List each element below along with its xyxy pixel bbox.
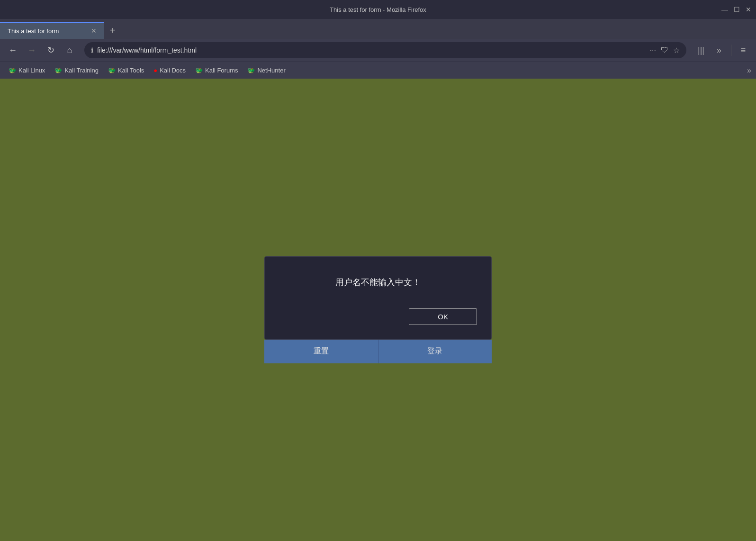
tab-label: This a test for form: [8, 27, 59, 35]
bookmark-kali-training-label: Kali Training: [64, 67, 99, 74]
kali-forums-icon: 🐲: [195, 67, 203, 74]
title-bar: This a test for form - Mozilla Firefox —…: [0, 0, 756, 19]
extensions-button[interactable]: »: [711, 42, 727, 58]
form-buttons: 重置 登录: [264, 340, 492, 363]
bookmark-kali-docs[interactable]: ● Kali Docs: [150, 65, 189, 76]
active-tab[interactable]: This a test for form ✕: [0, 22, 104, 39]
bookmark-kali-tools-label: Kali Tools: [118, 67, 144, 74]
bookmarks-more-button[interactable]: »: [747, 66, 751, 75]
kali-tools-icon: 🐲: [108, 67, 116, 74]
url-text: file:///var/www/html/form_test.html: [97, 46, 646, 54]
home-button[interactable]: ⌂: [62, 42, 78, 58]
bookmark-kali-docs-label: Kali Docs: [160, 67, 186, 74]
address-bar[interactable]: ℹ file:///var/www/html/form_test.html ··…: [84, 42, 686, 58]
reset-button[interactable]: 重置: [264, 340, 378, 363]
close-window-button[interactable]: ✕: [746, 6, 751, 13]
nav-bar: ← → ↻ ⌂ ℹ file:///var/www/html/form_test…: [0, 39, 756, 62]
nethunter-icon: 🐲: [247, 67, 255, 74]
bookmark-kali-forums[interactable]: 🐲 Kali Forums: [191, 65, 242, 76]
forward-button[interactable]: →: [24, 42, 40, 58]
tab-bar: This a test for form ✕ +: [0, 19, 756, 39]
dialog-area: 用户名不能输入中文！ OK 重置 登录: [264, 256, 492, 363]
shield-icon[interactable]: 🛡: [661, 46, 668, 55]
kali-linux-icon: 🐲: [9, 67, 16, 74]
bookmark-kali-linux[interactable]: 🐲 Kali Linux: [5, 65, 49, 76]
bookmark-kali-training[interactable]: 🐲 Kali Training: [51, 65, 102, 76]
login-button[interactable]: 登录: [378, 340, 492, 363]
nav-right-actions: ||| » ≡: [693, 42, 751, 58]
library-button[interactable]: |||: [693, 42, 709, 58]
bookmark-kali-linux-label: Kali Linux: [18, 67, 45, 74]
dialog-message: 用户名不能输入中文！: [335, 276, 421, 289]
kali-training-icon: 🐲: [54, 67, 62, 74]
new-tab-button[interactable]: +: [104, 22, 121, 39]
menu-button[interactable]: ≡: [735, 42, 751, 58]
kali-docs-icon: ●: [153, 67, 157, 74]
maximize-button[interactable]: ☐: [734, 6, 740, 13]
window-controls: — ☐ ✕: [721, 6, 751, 13]
nav-separator: [731, 45, 731, 56]
page-content: 用户名不能输入中文！ OK 重置 登录: [0, 79, 756, 541]
dialog-ok-button[interactable]: OK: [409, 308, 477, 325]
minimize-button[interactable]: —: [721, 6, 728, 13]
info-icon: ℹ: [91, 46, 93, 54]
alert-dialog: 用户名不能输入中文！ OK: [264, 256, 492, 340]
window-title: This a test for form - Mozilla Firefox: [330, 6, 426, 13]
more-icon[interactable]: ···: [650, 46, 656, 55]
tab-close-button[interactable]: ✕: [91, 27, 97, 35]
back-button[interactable]: ←: [5, 42, 21, 58]
reload-button[interactable]: ↻: [43, 42, 59, 58]
bookmark-nethunter-label: NetHunter: [257, 67, 285, 74]
bookmark-kali-forums-label: Kali Forums: [205, 67, 238, 74]
address-bar-actions: ··· 🛡 ☆: [650, 46, 680, 55]
bookmark-star-icon[interactable]: ☆: [673, 46, 680, 55]
bookmark-kali-tools[interactable]: 🐲 Kali Tools: [104, 65, 148, 76]
bookmarks-bar: 🐲 Kali Linux 🐲 Kali Training 🐲 Kali Tool…: [0, 62, 756, 79]
bookmark-nethunter[interactable]: 🐲 NetHunter: [243, 65, 289, 76]
